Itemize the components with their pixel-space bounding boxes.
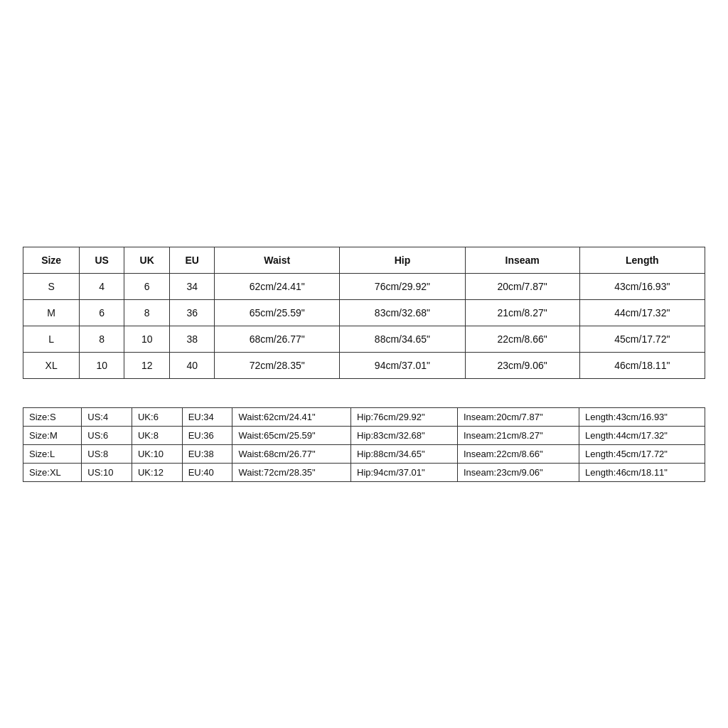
table1-header-cell: Hip (340, 247, 465, 273)
table-cell: Size:S (23, 407, 82, 426)
table-cell: 6 (80, 299, 124, 326)
table-cell: 12 (124, 352, 170, 378)
table-cell: Length:43cm/16.93" (579, 407, 705, 426)
table-cell: UK:8 (132, 426, 182, 444)
table-cell: 4 (80, 273, 124, 299)
table-cell: Inseam:20cm/7.87" (457, 407, 579, 426)
table-cell: Size:L (23, 444, 82, 463)
table-cell: 44cm/17.32" (579, 299, 705, 326)
table-cell: Inseam:22cm/8.66" (457, 444, 579, 463)
table-cell: UK:6 (132, 407, 182, 426)
table-cell: UK:12 (132, 463, 182, 481)
table-cell: 40 (170, 352, 215, 378)
table-cell: 23cm/9.06" (465, 352, 579, 378)
table-cell: 43cm/16.93" (579, 273, 705, 299)
table-cell: Waist:65cm/25.59" (232, 426, 351, 444)
table-cell: Length:44cm/17.32" (579, 426, 705, 444)
table-cell: Hip:76cm/29.92" (351, 407, 458, 426)
table-cell: EU:40 (182, 463, 232, 481)
table-cell: L (23, 326, 80, 352)
table1-header-cell: Waist (215, 247, 340, 273)
table-cell: 83cm/32.68" (340, 299, 465, 326)
table-row: M683665cm/25.59"83cm/32.68"21cm/8.27"44c… (23, 299, 705, 326)
table1-header-row: SizeUSUKEUWaistHipInseamLength (23, 247, 705, 273)
table-cell: 65cm/25.59" (215, 299, 340, 326)
table-cell: 10 (80, 352, 124, 378)
size-chart-table2-wrapper: Size:SUS:4UK:6EU:34Waist:62cm/24.41"Hip:… (23, 407, 705, 482)
table-cell: 45cm/17.72" (579, 326, 705, 352)
table-cell: Inseam:23cm/9.06" (457, 463, 579, 481)
table-cell: Hip:94cm/37.01" (351, 463, 458, 481)
table-cell: Size:M (23, 426, 82, 444)
table1-header-cell: EU (170, 247, 215, 273)
table-cell: XL (23, 352, 80, 378)
table-row: S463462cm/24.41"76cm/29.92"20cm/7.87"43c… (23, 273, 705, 299)
table-cell: 76cm/29.92" (340, 273, 465, 299)
table1-header-cell: US (80, 247, 124, 273)
table-cell: Waist:62cm/24.41" (232, 407, 351, 426)
table-cell: Inseam:21cm/8.27" (457, 426, 579, 444)
table1-header-cell: Inseam (465, 247, 579, 273)
table-cell: US:10 (82, 463, 132, 481)
table-cell: 88cm/34.65" (340, 326, 465, 352)
table-row: Size:XLUS:10UK:12EU:40Waist:72cm/28.35"H… (23, 463, 705, 481)
table-row: L8103868cm/26.77"88cm/34.65"22cm/8.66"45… (23, 326, 705, 352)
page-container: SizeUSUKEUWaistHipInseamLength S463462cm… (23, 247, 705, 482)
table1-header-cell: Size (23, 247, 80, 273)
table-cell: EU:34 (182, 407, 232, 426)
size-chart-table2: Size:SUS:4UK:6EU:34Waist:62cm/24.41"Hip:… (23, 407, 705, 482)
table-cell: 6 (124, 273, 170, 299)
table-cell: Hip:83cm/32.68" (351, 426, 458, 444)
table-cell: 21cm/8.27" (465, 299, 579, 326)
table1-header-cell: UK (124, 247, 170, 273)
table-cell: US:6 (82, 426, 132, 444)
table-cell: 68cm/26.77" (215, 326, 340, 352)
table-cell: Hip:88cm/34.65" (351, 444, 458, 463)
table-cell: Size:XL (23, 463, 82, 481)
table-cell: Waist:68cm/26.77" (232, 444, 351, 463)
table-cell: 46cm/18.11" (579, 352, 705, 378)
table-cell: 34 (170, 273, 215, 299)
table-cell: 22cm/8.66" (465, 326, 579, 352)
table-cell: 38 (170, 326, 215, 352)
table-cell: EU:38 (182, 444, 232, 463)
size-chart-table1-wrapper: SizeUSUKEUWaistHipInseamLength S463462cm… (23, 247, 705, 379)
size-chart-table1: SizeUSUKEUWaistHipInseamLength S463462cm… (23, 247, 705, 379)
table-cell: 10 (124, 326, 170, 352)
table-cell: 94cm/37.01" (340, 352, 465, 378)
table-cell: 8 (124, 299, 170, 326)
table-cell: 62cm/24.41" (215, 273, 340, 299)
table-cell: 72cm/28.35" (215, 352, 340, 378)
table-cell: S (23, 273, 80, 299)
table-cell: EU:36 (182, 426, 232, 444)
table-cell: 36 (170, 299, 215, 326)
table-cell: Length:45cm/17.72" (579, 444, 705, 463)
table-row: Size:LUS:8UK:10EU:38Waist:68cm/26.77"Hip… (23, 444, 705, 463)
table-row: Size:MUS:6UK:8EU:36Waist:65cm/25.59"Hip:… (23, 426, 705, 444)
table-cell: US:4 (82, 407, 132, 426)
table-cell: 20cm/7.87" (465, 273, 579, 299)
table-cell: 8 (80, 326, 124, 352)
table-row: Size:SUS:4UK:6EU:34Waist:62cm/24.41"Hip:… (23, 407, 705, 426)
table1-header-cell: Length (579, 247, 705, 273)
table-row: XL10124072cm/28.35"94cm/37.01"23cm/9.06"… (23, 352, 705, 378)
table-cell: Length:46cm/18.11" (579, 463, 705, 481)
table-cell: M (23, 299, 80, 326)
table-cell: UK:10 (132, 444, 182, 463)
table-cell: Waist:72cm/28.35" (232, 463, 351, 481)
table-cell: US:8 (82, 444, 132, 463)
